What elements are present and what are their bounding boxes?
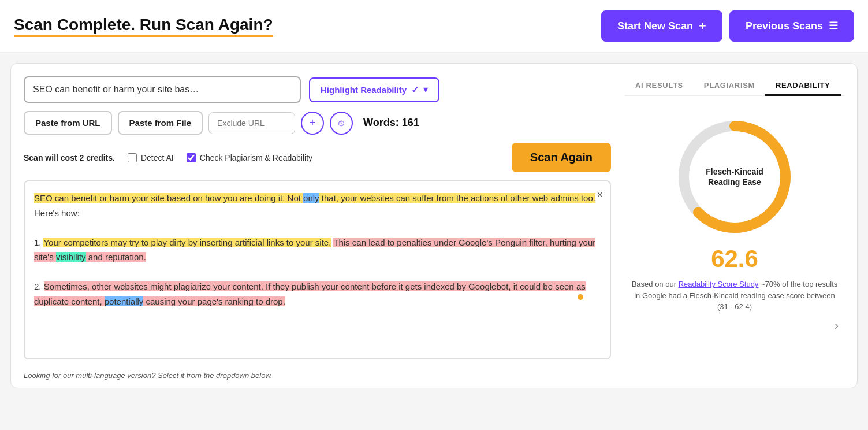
text-input[interactable] xyxy=(24,76,301,103)
hl-visibility: visibility xyxy=(56,252,86,262)
content-paragraph-3: 2. Sometimes, other websites might plagi… xyxy=(34,279,601,309)
scan-cost-label: Scan will cost 2 credits. xyxy=(24,153,115,162)
header-title-section: Scan Complete. Run Scan Again? xyxy=(14,16,601,37)
readability-score: 62.6 xyxy=(711,245,758,273)
page-title: Scan Complete. Run Scan Again? xyxy=(14,16,273,37)
heres-link: Here's xyxy=(34,208,59,218)
footer-note: Looking for our multi-language version? … xyxy=(24,371,611,380)
highlighted-text-2: that, your websites can suffer from the … xyxy=(319,193,595,203)
header: Scan Complete. Run Scan Again? Start New… xyxy=(0,0,868,53)
previous-scans-button[interactable]: Previous Scans ☰ xyxy=(729,10,854,42)
action-row: Paste from URL Paste from File + ⎋ Words… xyxy=(24,111,611,135)
chart-center-label: Flesch-Kincaid Reading Ease xyxy=(697,166,772,187)
check-icon: ✓ xyxy=(411,84,419,95)
readability-chart-container: Flesch-Kincaid Reading Ease 62.6 Based o… xyxy=(625,108,844,339)
plus-circle-icon: + xyxy=(310,117,316,129)
tab-plagiarism[interactable]: PLAGIARISM xyxy=(694,76,765,96)
share-icon: ⎋ xyxy=(338,118,344,128)
description-prefix: Based on our xyxy=(632,280,679,288)
content-box: × SEO can benefit or harm your site base… xyxy=(24,180,611,359)
readability-score-study-link[interactable]: Readability Score Study xyxy=(679,280,759,288)
previous-scans-label: Previous Scans xyxy=(746,20,823,32)
highlight-readability-button[interactable]: Highlight Readability ✓ ▾ xyxy=(309,77,439,102)
paste-from-file-button[interactable]: Paste from File xyxy=(118,111,203,135)
highlight-readability-label: Highlight Readability xyxy=(321,85,407,95)
scan-again-label: Scan Again xyxy=(530,151,593,164)
right-panel: AI RESULTS PLAGIARISM READABILITY Flesch… xyxy=(625,76,844,380)
words-count: Words: 161 xyxy=(363,117,419,129)
check-plagiarism-checkbox[interactable] xyxy=(187,153,196,162)
left-panel: Highlight Readability ✓ ▾ Paste from URL… xyxy=(24,76,611,380)
menu-icon: ☰ xyxy=(829,20,838,32)
close-icon[interactable]: × xyxy=(597,186,603,204)
tab-readability[interactable]: READABILITY xyxy=(765,76,841,96)
options-row: Scan will cost 2 credits. Detect AI Chec… xyxy=(24,143,611,172)
start-scan-label: Start New Scan xyxy=(617,20,693,32)
hl-causing: causing your page's ranking to drop. xyxy=(143,296,285,306)
detect-ai-label-text: Detect AI xyxy=(141,153,174,162)
plus-icon: + xyxy=(699,18,706,34)
add-url-button[interactable]: + xyxy=(301,112,324,135)
paste-file-label: Paste from File xyxy=(129,118,192,128)
paste-url-label: Paste from URL xyxy=(35,118,100,128)
export-button[interactable]: ⎋ xyxy=(330,112,353,135)
exclude-url-input[interactable] xyxy=(208,112,295,134)
dot-indicator xyxy=(578,294,583,300)
highlighted-text-1: SEO can benefit or harm your site based … xyxy=(34,193,303,203)
text-input-row: Highlight Readability ✓ ▾ xyxy=(24,76,611,103)
readability-description: Based on our Readability Score Study ~70… xyxy=(625,279,844,313)
chevron-down-icon: ▾ xyxy=(423,84,428,95)
tab-ai-results[interactable]: AI RESULTS xyxy=(625,76,694,96)
header-buttons: Start New Scan + Previous Scans ☰ xyxy=(601,10,854,42)
hl-potentially: potentially xyxy=(105,296,144,306)
donut-center: Flesch-Kincaid Reading Ease xyxy=(697,166,772,187)
detect-ai-checkbox[interactable] xyxy=(128,153,137,162)
highlighted-text-only: only xyxy=(303,193,319,203)
hl-competitors: Your competitors may try to play dirty b… xyxy=(43,238,331,247)
check-plagiarism-checkbox-label[interactable]: Check Plagiarism & Readability xyxy=(187,153,312,162)
tabs-row: AI RESULTS PLAGIARISM READABILITY xyxy=(625,76,844,96)
content-paragraph-1: SEO can benefit or harm your site based … xyxy=(34,191,601,220)
main-container: Highlight Readability ✓ ▾ Paste from URL… xyxy=(10,63,858,388)
start-new-scan-button[interactable]: Start New Scan + xyxy=(601,10,722,42)
content-paragraph-2: 1. Your competitors may try to play dirt… xyxy=(34,235,601,265)
next-arrow-icon[interactable]: › xyxy=(835,318,839,333)
hl-reputation: and reputation. xyxy=(86,252,146,262)
detect-ai-checkbox-label[interactable]: Detect AI xyxy=(128,153,174,162)
paste-from-url-button[interactable]: Paste from URL xyxy=(24,111,112,135)
check-plagiarism-label-text: Check Plagiarism & Readability xyxy=(200,153,312,162)
scan-again-button[interactable]: Scan Again xyxy=(512,143,611,172)
donut-chart: Flesch-Kincaid Reading Ease xyxy=(671,113,798,240)
